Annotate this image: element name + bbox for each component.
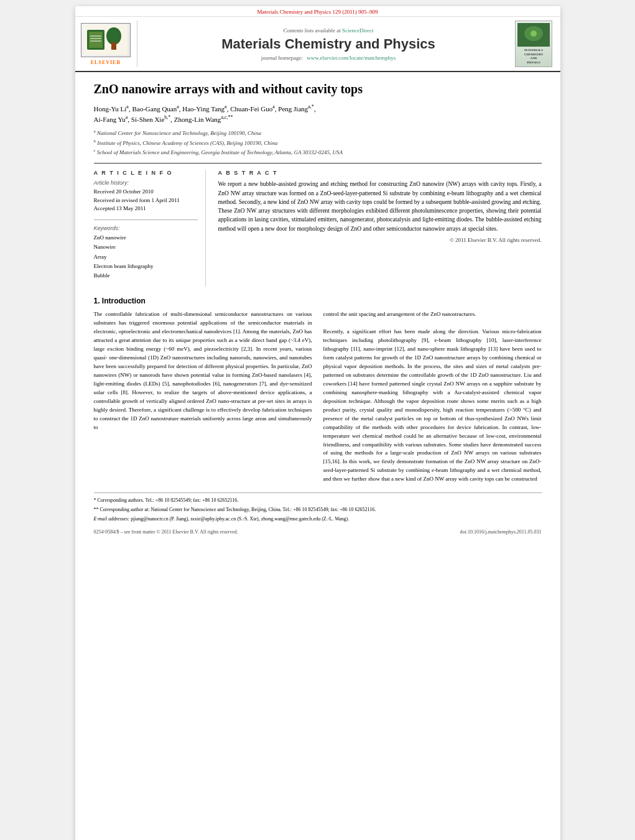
affiliations: a National Center for Nanoscience and Te… bbox=[94, 128, 542, 157]
svg-rect-4 bbox=[111, 42, 116, 50]
revised-date: Received in revised form 1 April 2011 bbox=[94, 196, 198, 205]
intro-right-text: control the unit spacing and arrangement… bbox=[323, 310, 542, 484]
abstract-label: A B S T R A C T bbox=[218, 170, 542, 176]
thumbnail-text: MATERIALSCHEMISTRYANDPHYSICS bbox=[524, 48, 544, 65]
keyword-1: ZnO nanowire bbox=[94, 233, 198, 242]
article-history-section: Article history: Received 20 October 201… bbox=[94, 180, 198, 213]
footnote-3: E-mail addresses: pjiang@nanoctr.cn (P. … bbox=[94, 515, 542, 523]
svg-point-10 bbox=[531, 30, 537, 37]
accepted-date: Accepted 13 May 2011 bbox=[94, 205, 198, 213]
homepage-prefix: journal homepage: bbox=[261, 55, 303, 61]
page: Materials Chemistry and Physics 129 (201… bbox=[75, 6, 560, 840]
contents-available-line: Contents lists available at ScienceDirec… bbox=[284, 27, 374, 34]
journal-thumbnail: MATERIALSCHEMISTRYANDPHYSICS bbox=[514, 21, 554, 67]
affiliation-a: a National Center for Nanoscience and Te… bbox=[94, 128, 542, 137]
authors-line: Hong-Yu Lia, Bao-Gang Quana, Hao-Ying Ta… bbox=[94, 103, 542, 124]
introduction-section: 1. Introduction The controllable fabrica… bbox=[94, 297, 542, 484]
affiliation-c: c School of Materials Science and Engine… bbox=[94, 147, 542, 157]
introduction-heading: 1. Introduction bbox=[94, 297, 542, 305]
keyword-3: Array bbox=[94, 252, 198, 262]
elsevier-text: ELSEVIER bbox=[91, 60, 121, 65]
intro-left-text: The controllable fabrication of multi-di… bbox=[94, 310, 312, 432]
keyword-5: Bubble bbox=[94, 271, 198, 280]
footnote-1: * Corresponding authors. Tel.: +86 10 82… bbox=[94, 497, 542, 504]
doi-line: doi:10.1016/j.matchemphys.2011.05.031 bbox=[460, 529, 541, 535]
introduction-body: The controllable fabrication of multi-di… bbox=[94, 310, 542, 484]
article-info-abstract-section: A R T I C L E I N F O Article history: R… bbox=[94, 163, 542, 287]
journal-header: ELSEVIER Contents lists available at Sci… bbox=[75, 17, 560, 72]
journal-cover-thumbnail: MATERIALSCHEMISTRYANDPHYSICS bbox=[515, 21, 552, 67]
footnote-2: ** Corresponding author at: National Cen… bbox=[94, 506, 542, 514]
intro-left-col: The controllable fabrication of multi-di… bbox=[94, 310, 312, 484]
keyword-2: Nanowire bbox=[94, 242, 198, 252]
journal-title: Materials Chemistry and Physics bbox=[221, 36, 435, 52]
journal-homepage: journal homepage: www.elsevier.com/locat… bbox=[261, 55, 396, 61]
received-date: Received 20 October 2010 bbox=[94, 188, 198, 196]
article-body: ZnO nanowire arrays with and without cav… bbox=[75, 72, 560, 547]
footnotes-section: * Corresponding authors. Tel.: +86 10 82… bbox=[94, 492, 542, 523]
journal-citation: Materials Chemistry and Physics 129 (201… bbox=[257, 9, 378, 15]
abstract-column: A B S T R A C T We report a new bubble-a… bbox=[218, 170, 542, 287]
affiliation-b: b Institute of Physics, Chinese Academy … bbox=[94, 138, 542, 147]
journal-citation-bar: Materials Chemistry and Physics 129 (201… bbox=[75, 6, 560, 17]
keywords-section: Keywords: ZnO nanowire Nanowire Array El… bbox=[94, 225, 198, 280]
keyword-4: Electron beam lithography bbox=[94, 262, 198, 271]
svg-rect-2 bbox=[89, 32, 103, 48]
journal-title-section: Contents lists available at ScienceDirec… bbox=[144, 21, 514, 67]
svg-point-3 bbox=[106, 27, 121, 45]
elsevier-logo-section: ELSEVIER bbox=[81, 21, 137, 67]
copyright-line: © 2011 Elsevier B.V. All rights reserved… bbox=[218, 237, 542, 243]
intro-right-col: control the unit spacing and arrangement… bbox=[323, 310, 542, 484]
homepage-url[interactable]: www.elsevier.com/locate/matchemphys bbox=[307, 55, 396, 61]
article-info-label: A R T I C L E I N F O bbox=[94, 170, 198, 176]
sciencedirect-link[interactable]: ScienceDirect bbox=[342, 27, 373, 34]
issn-line: 0254-0584/$ – see front matter © 2011 El… bbox=[94, 529, 238, 535]
page-footer: 0254-0584/$ – see front matter © 2011 El… bbox=[94, 529, 542, 535]
article-title: ZnO nanowire arrays with and without cav… bbox=[94, 81, 542, 97]
article-info-column: A R T I C L E I N F O Article history: R… bbox=[94, 170, 206, 287]
elsevier-logo-image bbox=[81, 23, 131, 57]
history-label: Article history: bbox=[94, 180, 198, 186]
info-divider bbox=[94, 219, 198, 220]
keywords-label: Keywords: bbox=[94, 225, 198, 231]
contents-text: Contents lists available at bbox=[284, 27, 341, 34]
abstract-text: We report a new bubble-assisted growing … bbox=[218, 180, 542, 233]
